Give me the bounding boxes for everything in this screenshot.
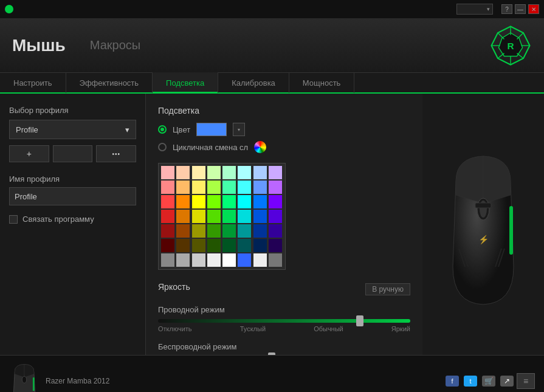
palette-cell[interactable] [222, 166, 236, 179]
palette-cell[interactable] [269, 239, 282, 252]
tab-nastroit[interactable]: Настроить [0, 72, 66, 93]
palette-cell[interactable] [238, 195, 251, 208]
palette-cell[interactable] [192, 224, 205, 238]
palette-cell[interactable] [161, 224, 174, 238]
palette-cell[interactable] [161, 253, 174, 267]
cart-icon[interactable]: 🛒 [482, 376, 495, 387]
title-bar-dropdown[interactable]: ▾ [456, 4, 493, 15]
link-program-label: Связать программу [22, 215, 94, 224]
wired-label-off: Отключить [158, 325, 192, 332]
wired-slider-track[interactable] [158, 319, 410, 323]
status-indicator [5, 5, 13, 13]
tab-kalibrovka[interactable]: Калибровка [218, 72, 289, 93]
delete-profile-button[interactable] [53, 145, 93, 162]
wireless-mode-label: Беспроводной режим [158, 342, 410, 351]
cycling-radio[interactable] [158, 143, 167, 151]
palette-cell[interactable] [207, 239, 221, 252]
palette-cell[interactable] [253, 166, 267, 179]
profile-name-label: Имя профиля [9, 174, 136, 184]
palette-cell[interactable] [269, 253, 282, 267]
palette-cell[interactable] [192, 253, 205, 267]
palette-cell[interactable] [238, 210, 251, 223]
palette-cell[interactable] [253, 253, 267, 267]
palette-cell[interactable] [238, 166, 251, 179]
palette-cell[interactable] [269, 224, 282, 238]
color-swatch[interactable] [196, 123, 227, 136]
palette-cell[interactable] [176, 181, 190, 194]
color-option-row: Цвет ▾ [158, 123, 410, 136]
palette-cell[interactable] [192, 210, 205, 223]
svg-line-5 [517, 53, 524, 58]
palette-cell[interactable] [161, 181, 174, 194]
palette-cell[interactable] [253, 224, 267, 238]
palette-cell[interactable] [161, 195, 174, 208]
palette-cell[interactable] [161, 239, 174, 252]
palette-cell[interactable] [222, 239, 236, 252]
palette-cell[interactable] [238, 253, 251, 267]
palette-cell[interactable] [222, 181, 236, 194]
tab-podvetka[interactable]: Подсветка [153, 72, 218, 93]
help-button[interactable]: ? [501, 4, 512, 14]
tab-effektivnost[interactable]: Эффективность [66, 72, 153, 93]
palette-cell[interactable] [222, 210, 236, 223]
palette-cell[interactable] [176, 210, 190, 223]
palette-cell[interactable] [269, 181, 282, 194]
palette-cell[interactable] [176, 195, 190, 208]
twitter-icon[interactable]: t [464, 376, 477, 387]
palette-cell[interactable] [269, 210, 282, 223]
color-radio[interactable] [158, 125, 167, 134]
center-panel: Подсветка Цвет ▾ Цикличная смена сл [146, 94, 422, 355]
add-profile-button[interactable]: + [9, 145, 49, 162]
close-button[interactable]: ✕ [528, 4, 539, 14]
palette-cell[interactable] [161, 166, 174, 179]
macros-link[interactable]: Макросы [90, 38, 140, 52]
mini-mouse-icon [9, 362, 40, 393]
bottom-bar: Razer Mamba 2012 f t 🛒 ↗ ≡ [0, 355, 544, 392]
palette-cell[interactable] [238, 181, 251, 194]
mouse-image: ⚡ [438, 145, 529, 303]
palette-cell[interactable] [192, 166, 205, 179]
palette-cell[interactable] [192, 195, 205, 208]
share-icon[interactable]: ↗ [500, 376, 514, 387]
palette-cell[interactable] [269, 195, 282, 208]
palette-cell[interactable] [269, 166, 282, 179]
palette-cell[interactable] [192, 181, 205, 194]
wired-slider-thumb[interactable] [356, 315, 363, 326]
manual-button[interactable]: В ручную [365, 283, 410, 295]
palette-cell[interactable] [222, 195, 236, 208]
svg-rect-14 [475, 203, 491, 208]
profile-select-label: Выбор профиля [9, 106, 136, 115]
palette-cell[interactable] [207, 195, 221, 208]
palette-cell[interactable] [253, 239, 267, 252]
palette-cell[interactable] [207, 166, 221, 179]
palette-cell[interactable] [192, 239, 205, 252]
palette-cell[interactable] [253, 181, 267, 194]
minimize-button[interactable]: — [515, 4, 526, 14]
menu-button[interactable]: ≡ [517, 373, 535, 389]
link-program-row: Связать программу [9, 215, 136, 224]
palette-cell[interactable] [238, 224, 251, 238]
profile-select[interactable]: Profile ▾ [9, 120, 136, 139]
svg-line-9 [498, 33, 504, 40]
palette-cell[interactable] [222, 224, 236, 238]
more-profile-button[interactable]: ••• [96, 145, 136, 162]
palette-cell[interactable] [176, 239, 190, 252]
palette-cell[interactable] [176, 253, 190, 267]
palette-cell[interactable] [207, 224, 221, 238]
palette-cell[interactable] [222, 253, 236, 267]
palette-cell[interactable] [207, 253, 221, 267]
palette-cell[interactable] [238, 239, 251, 252]
link-program-checkbox[interactable] [9, 215, 18, 224]
svg-rect-21 [33, 377, 35, 391]
palette-cell[interactable] [176, 166, 190, 179]
palette-cell[interactable] [207, 210, 221, 223]
palette-cell[interactable] [253, 195, 267, 208]
palette-cell[interactable] [253, 210, 267, 223]
color-dropdown-button[interactable]: ▾ [233, 123, 245, 136]
palette-cell[interactable] [207, 181, 221, 194]
facebook-icon[interactable]: f [446, 376, 459, 387]
profile-name-input[interactable] [9, 187, 136, 205]
palette-cell[interactable] [161, 210, 174, 223]
palette-cell[interactable] [176, 224, 190, 238]
tab-moschnost[interactable]: Мощность [289, 72, 355, 93]
